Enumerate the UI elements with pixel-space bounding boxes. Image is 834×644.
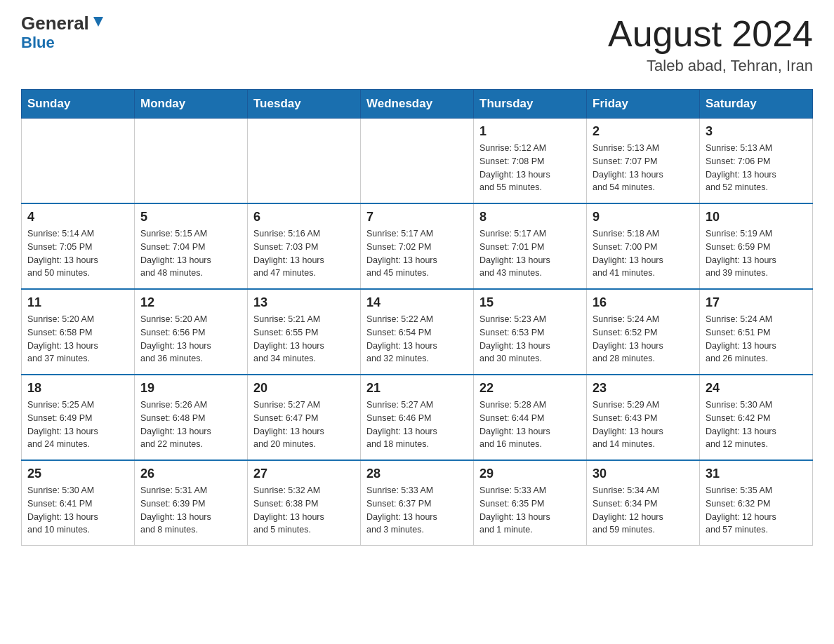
table-row: 31Sunrise: 5:35 AMSunset: 6:32 PMDayligh… (700, 460, 813, 546)
day-info: Sunrise: 5:35 AMSunset: 6:32 PMDaylight:… (706, 484, 807, 537)
day-info: Sunrise: 5:30 AMSunset: 6:41 PMDaylight:… (27, 484, 128, 537)
day-number: 24 (706, 381, 807, 396)
table-row: 29Sunrise: 5:33 AMSunset: 6:35 PMDayligh… (474, 460, 587, 546)
day-number: 29 (479, 467, 581, 481)
day-number: 19 (140, 381, 241, 396)
table-row (22, 119, 135, 204)
day-number: 27 (253, 467, 355, 481)
day-number: 28 (366, 467, 468, 481)
logo-triangle-icon (91, 14, 106, 29)
day-number: 13 (253, 295, 355, 310)
table-row: 21Sunrise: 5:27 AMSunset: 6:46 PMDayligh… (361, 375, 474, 460)
day-info: Sunrise: 5:32 AMSunset: 6:38 PMDaylight:… (253, 484, 355, 537)
day-info: Sunrise: 5:34 AMSunset: 6:34 PMDaylight:… (593, 484, 694, 537)
day-info: Sunrise: 5:22 AMSunset: 6:54 PMDaylight:… (366, 313, 468, 365)
day-number: 21 (366, 381, 468, 396)
page-header: General Blue August 2024 Taleb abad, Teh… (21, 14, 813, 75)
day-info: Sunrise: 5:26 AMSunset: 6:48 PMDaylight:… (140, 398, 241, 451)
day-number: 22 (479, 381, 581, 396)
day-number: 7 (366, 210, 468, 224)
table-row: 7Sunrise: 5:17 AMSunset: 7:02 PMDaylight… (361, 203, 474, 289)
day-info: Sunrise: 5:20 AMSunset: 6:56 PMDaylight:… (140, 313, 241, 365)
day-info: Sunrise: 5:13 AMSunset: 7:06 PMDaylight:… (706, 142, 807, 194)
calendar-title: August 2024 (608, 14, 813, 54)
table-row: 18Sunrise: 5:25 AMSunset: 6:49 PMDayligh… (22, 375, 135, 460)
day-number: 8 (479, 210, 581, 224)
table-row: 13Sunrise: 5:21 AMSunset: 6:55 PMDayligh… (248, 289, 361, 375)
day-info: Sunrise: 5:20 AMSunset: 6:58 PMDaylight:… (27, 313, 128, 365)
day-number: 11 (27, 295, 128, 310)
calendar-subtitle: Taleb abad, Tehran, Iran (608, 57, 813, 75)
day-number: 17 (706, 295, 807, 310)
table-row: 19Sunrise: 5:26 AMSunset: 6:48 PMDayligh… (135, 375, 248, 460)
col-friday: Friday (587, 90, 700, 119)
table-row: 1Sunrise: 5:12 AMSunset: 7:08 PMDaylight… (474, 119, 587, 204)
day-number: 14 (366, 295, 468, 310)
day-number: 1 (479, 124, 581, 139)
col-wednesday: Wednesday (361, 90, 474, 119)
day-info: Sunrise: 5:30 AMSunset: 6:42 PMDaylight:… (706, 398, 807, 451)
calendar-header-row: Sunday Monday Tuesday Wednesday Thursday… (22, 90, 813, 119)
day-number: 12 (140, 295, 241, 310)
table-row (361, 119, 474, 204)
table-row: 26Sunrise: 5:31 AMSunset: 6:39 PMDayligh… (135, 460, 248, 546)
day-number: 31 (706, 467, 807, 481)
calendar-week-row: 1Sunrise: 5:12 AMSunset: 7:08 PMDaylight… (22, 119, 813, 204)
table-row: 22Sunrise: 5:28 AMSunset: 6:44 PMDayligh… (474, 375, 587, 460)
day-info: Sunrise: 5:28 AMSunset: 6:44 PMDaylight:… (479, 398, 581, 451)
table-row: 20Sunrise: 5:27 AMSunset: 6:47 PMDayligh… (248, 375, 361, 460)
day-info: Sunrise: 5:19 AMSunset: 6:59 PMDaylight:… (706, 227, 807, 280)
table-row: 4Sunrise: 5:14 AMSunset: 7:05 PMDaylight… (22, 203, 135, 289)
table-row: 17Sunrise: 5:24 AMSunset: 6:51 PMDayligh… (700, 289, 813, 375)
day-number: 10 (706, 210, 807, 224)
day-info: Sunrise: 5:17 AMSunset: 7:01 PMDaylight:… (479, 227, 581, 280)
table-row: 25Sunrise: 5:30 AMSunset: 6:41 PMDayligh… (22, 460, 135, 546)
table-row: 2Sunrise: 5:13 AMSunset: 7:07 PMDaylight… (587, 119, 700, 204)
day-number: 23 (593, 381, 694, 396)
day-number: 15 (479, 295, 581, 310)
logo-blue: Blue (21, 34, 55, 52)
table-row (135, 119, 248, 204)
day-number: 16 (593, 295, 694, 310)
day-info: Sunrise: 5:21 AMSunset: 6:55 PMDaylight:… (253, 313, 355, 365)
table-row: 30Sunrise: 5:34 AMSunset: 6:34 PMDayligh… (587, 460, 700, 546)
table-row: 5Sunrise: 5:15 AMSunset: 7:04 PMDaylight… (135, 203, 248, 289)
table-row: 16Sunrise: 5:24 AMSunset: 6:52 PMDayligh… (587, 289, 700, 375)
title-block: August 2024 Taleb abad, Tehran, Iran (608, 14, 813, 75)
day-info: Sunrise: 5:31 AMSunset: 6:39 PMDaylight:… (140, 484, 241, 537)
calendar-table: Sunday Monday Tuesday Wednesday Thursday… (21, 89, 813, 546)
table-row: 9Sunrise: 5:18 AMSunset: 7:00 PMDaylight… (587, 203, 700, 289)
day-number: 2 (593, 124, 694, 139)
day-info: Sunrise: 5:27 AMSunset: 6:47 PMDaylight:… (253, 398, 355, 451)
day-info: Sunrise: 5:24 AMSunset: 6:52 PMDaylight:… (593, 313, 694, 365)
col-sunday: Sunday (22, 90, 135, 119)
table-row: 27Sunrise: 5:32 AMSunset: 6:38 PMDayligh… (248, 460, 361, 546)
calendar-week-row: 18Sunrise: 5:25 AMSunset: 6:49 PMDayligh… (22, 375, 813, 460)
table-row: 15Sunrise: 5:23 AMSunset: 6:53 PMDayligh… (474, 289, 587, 375)
day-info: Sunrise: 5:16 AMSunset: 7:03 PMDaylight:… (253, 227, 355, 280)
table-row: 14Sunrise: 5:22 AMSunset: 6:54 PMDayligh… (361, 289, 474, 375)
table-row: 8Sunrise: 5:17 AMSunset: 7:01 PMDaylight… (474, 203, 587, 289)
logo-general: General (21, 14, 89, 32)
table-row: 11Sunrise: 5:20 AMSunset: 6:58 PMDayligh… (22, 289, 135, 375)
day-info: Sunrise: 5:18 AMSunset: 7:00 PMDaylight:… (593, 227, 694, 280)
day-info: Sunrise: 5:27 AMSunset: 6:46 PMDaylight:… (366, 398, 468, 451)
logo: General Blue (21, 14, 106, 52)
day-info: Sunrise: 5:33 AMSunset: 6:37 PMDaylight:… (366, 484, 468, 537)
day-number: 26 (140, 467, 241, 481)
table-row: 28Sunrise: 5:33 AMSunset: 6:37 PMDayligh… (361, 460, 474, 546)
day-number: 25 (27, 467, 128, 481)
table-row: 3Sunrise: 5:13 AMSunset: 7:06 PMDaylight… (700, 119, 813, 204)
col-saturday: Saturday (700, 90, 813, 119)
col-thursday: Thursday (474, 90, 587, 119)
calendar-week-row: 25Sunrise: 5:30 AMSunset: 6:41 PMDayligh… (22, 460, 813, 546)
day-number: 5 (140, 210, 241, 224)
calendar-week-row: 4Sunrise: 5:14 AMSunset: 7:05 PMDaylight… (22, 203, 813, 289)
day-info: Sunrise: 5:13 AMSunset: 7:07 PMDaylight:… (593, 142, 694, 194)
day-info: Sunrise: 5:12 AMSunset: 7:08 PMDaylight:… (479, 142, 581, 194)
day-number: 3 (706, 124, 807, 139)
table-row (248, 119, 361, 204)
day-info: Sunrise: 5:17 AMSunset: 7:02 PMDaylight:… (366, 227, 468, 280)
table-row: 10Sunrise: 5:19 AMSunset: 6:59 PMDayligh… (700, 203, 813, 289)
day-info: Sunrise: 5:33 AMSunset: 6:35 PMDaylight:… (479, 484, 581, 537)
